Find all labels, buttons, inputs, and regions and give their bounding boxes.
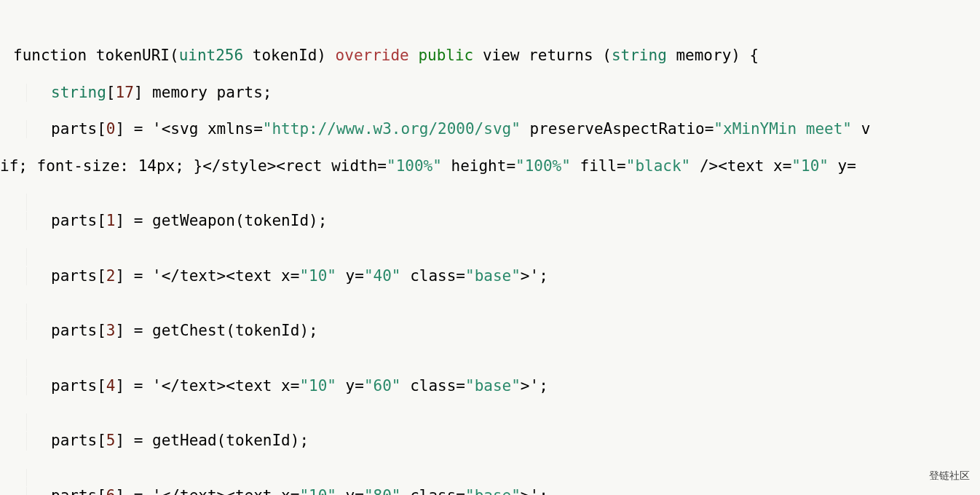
- code-line-parts1: parts[1] = getWeapon(tokenId);: [13, 212, 980, 230]
- code-line-parts0: parts[0] = '<svg xmlns="http://www.w3.or…: [13, 120, 980, 138]
- param-type: uint256: [179, 47, 244, 64]
- code-line-parts2: parts[2] = '</text><text x="10" y="40" c…: [13, 267, 980, 285]
- code-line-parts6: parts[6] = '</text><text x="10" y="80" c…: [13, 487, 980, 495]
- code-line-parts4: parts[4] = '</text><text x="10" y="60" c…: [13, 377, 980, 395]
- code-block: function tokenURI(uint256 tokenId) overr…: [0, 0, 980, 495]
- code-line-declaration: string[17] memory parts;: [13, 84, 980, 102]
- keyword-function: function: [13, 47, 87, 64]
- function-name: tokenURI: [96, 47, 170, 64]
- return-type: string: [612, 47, 667, 64]
- keyword-public: public: [409, 47, 474, 64]
- code-line-parts0-wrap: if; font-size: 14px; }</style><rect widt…: [0, 157, 980, 175]
- keyword-override: override: [326, 47, 409, 64]
- code-line-parts5: parts[5] = getHead(tokenId);: [13, 432, 980, 450]
- code-line-parts3: parts[3] = getChest(tokenId);: [13, 322, 980, 340]
- watermark-text: 登链社区: [929, 470, 970, 482]
- code-line-signature: function tokenURI(uint256 tokenId) overr…: [13, 47, 980, 65]
